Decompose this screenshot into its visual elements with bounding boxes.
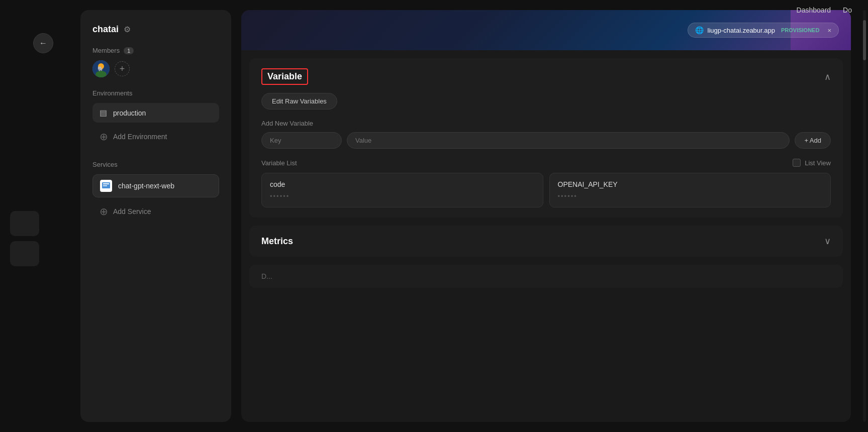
add-env-plus-icon: ⊕ [100, 131, 108, 143]
deco-block-1 [10, 211, 39, 236]
server-icon: ▤ [100, 108, 107, 118]
list-view-label: List View [805, 159, 831, 167]
nav-dashboard[interactable]: Dashboard [797, 6, 831, 14]
metrics-section: Metrics ∨ [249, 226, 843, 257]
variable-section-header: Variable ∧ [261, 68, 831, 85]
scroll-thumb[interactable] [863, 20, 866, 60]
env-item-label: production [113, 109, 146, 117]
env-item-production[interactable]: ▤ production [92, 103, 219, 123]
variable-chevron-icon[interactable]: ∧ [824, 71, 831, 82]
add-service-button[interactable]: ⊕ Add Service [92, 201, 219, 222]
add-variable-label: Add New Variable [261, 120, 831, 127]
service-icon [100, 180, 112, 192]
var-value-openai: •••••• [558, 192, 823, 200]
list-view-checkbox[interactable] [793, 159, 801, 167]
add-environment-button[interactable]: ⊕ Add Environment [92, 127, 219, 147]
add-member-button[interactable]: + [115, 61, 130, 76]
deploy-title-peek: D... [261, 272, 272, 280]
provisioned-badge: PROVISIONED [781, 27, 819, 33]
var-key-code: code [270, 180, 535, 188]
project-header: chatai ⚙ [92, 24, 219, 35]
project-settings-icon[interactable]: ⚙ [124, 25, 131, 34]
list-view-toggle[interactable]: List View [793, 159, 831, 167]
svg-text:🐘: 🐘 [98, 66, 104, 72]
top-nav: Dashboard Do [781, 0, 868, 20]
members-section-label: Members 1 [92, 47, 219, 54]
var-card-code[interactable]: code •••••• [261, 173, 543, 207]
variable-section: Variable ∧ Edit Raw Variables Add New Va… [249, 58, 843, 218]
service-label: chat-gpt-next-web [118, 182, 174, 190]
services-label: Services [92, 161, 219, 168]
domain-chip[interactable]: 🌐 liugp-chatai.zeabur.app PROVISIONED × [688, 23, 839, 38]
environments-section: Environments ▤ production ⊕ Add Environm… [92, 89, 219, 157]
svg-rect-6 [103, 183, 109, 184]
environments-label: Environments [92, 89, 219, 97]
sidebar: chatai ⚙ Members 1 🐘 + Environments [80, 10, 231, 422]
variable-inputs: + Add [261, 132, 831, 149]
variable-grid: code •••••• OPENAI_API_KEY •••••• [261, 173, 831, 207]
deco-block-2 [10, 241, 39, 266]
services-section: Services chat-gpt-next-web ⊕ Add Service [92, 161, 219, 222]
metrics-chevron-icon[interactable]: ∨ [824, 236, 831, 247]
back-arrow-icon: ← [39, 39, 47, 48]
domain-url: liugp-chatai.zeabur.app [708, 27, 775, 34]
main-container: chatai ⚙ Members 1 🐘 + Environments [0, 0, 868, 432]
deploy-section-peek: D... [249, 265, 843, 288]
members-row: 🐘 + [92, 60, 219, 77]
members-badge: 1 [124, 47, 134, 54]
left-deco [10, 211, 39, 266]
back-button[interactable]: ← [33, 33, 53, 53]
var-key-openai: OPENAI_API_KEY [558, 180, 823, 188]
var-card-openai[interactable]: OPENAI_API_KEY •••••• [549, 173, 831, 207]
variable-add-button[interactable]: + Add [795, 132, 831, 149]
scrollbar[interactable] [863, 10, 866, 422]
add-service-plus-icon: ⊕ [100, 205, 108, 218]
metrics-header: Metrics ∨ [261, 236, 831, 247]
edit-raw-variables-button[interactable]: Edit Raw Variables [261, 93, 337, 110]
domain-close-button[interactable]: × [827, 27, 831, 34]
variable-key-input[interactable] [261, 132, 342, 149]
service-item-chat-gpt[interactable]: chat-gpt-next-web [92, 174, 219, 197]
nav-docs[interactable]: Do [843, 6, 852, 14]
variable-value-input[interactable] [347, 132, 790, 149]
member-avatar: 🐘 [92, 60, 110, 77]
main-panel: Variable ∧ Edit Raw Variables Add New Va… [241, 50, 851, 422]
variable-list-label: Variable List [261, 159, 297, 167]
project-name: chatai [92, 24, 119, 35]
domain-banner: 🌐 liugp-chatai.zeabur.app PROVISIONED × [241, 10, 851, 50]
variable-list-header: Variable List List View [261, 159, 831, 167]
var-value-code: •••••• [270, 192, 535, 200]
metrics-title: Metrics [261, 236, 293, 247]
variable-section-title: Variable [261, 68, 308, 85]
svg-rect-7 [103, 185, 107, 186]
globe-icon: 🌐 [695, 26, 704, 34]
content-area: 🌐 liugp-chatai.zeabur.app PROVISIONED × … [231, 0, 861, 432]
